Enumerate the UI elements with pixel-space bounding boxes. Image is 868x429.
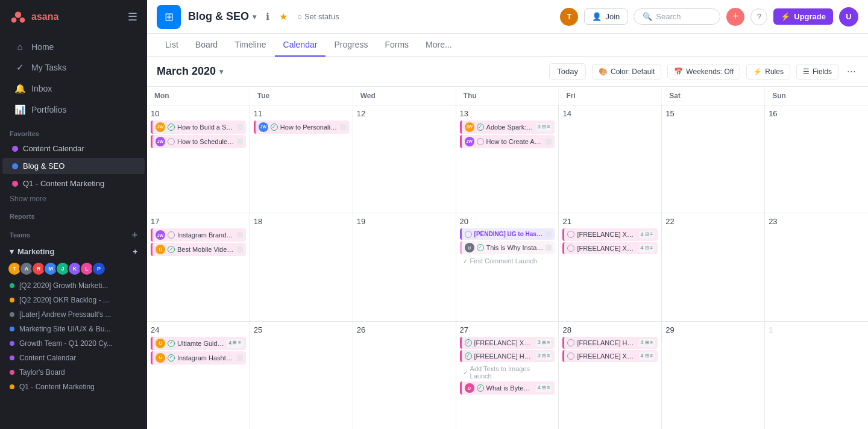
task-avatar: U [156, 245, 165, 254]
upgrade-button[interactable]: ⚡ Upgrade [773, 8, 833, 25]
task-checkbox[interactable]: ✓ [168, 340, 175, 347]
team-project-4[interactable]: Growth Team - Q1 2020 Cy... [0, 336, 147, 351]
task-card[interactable]: JW ✓ Adobe Spark: How to Repost on Insta… [460, 121, 555, 134]
task-checkbox[interactable]: ✓ [477, 244, 484, 251]
team-project-3[interactable]: Marketing Site UI/UX & Bu... [0, 322, 147, 336]
first-comment-task[interactable]: ✓ First Comment Launch [460, 255, 555, 266]
task-text: How to Schedule 1 Week of IG Posts in X … [177, 137, 234, 146]
team-project-1[interactable]: [Q2 2020] OKR Backlog - ... [0, 293, 147, 307]
calendar-week-1: 10 JW ✓ How to Build a Social Media Repo… [147, 105, 868, 213]
team-project-7[interactable]: Q1 - Content Marketing [0, 380, 147, 394]
task-checkbox[interactable] [567, 352, 574, 360]
tab-list[interactable]: List [157, 34, 187, 57]
task-checkbox[interactable] [567, 245, 574, 252]
task-checkbox[interactable] [567, 339, 574, 346]
info-icon[interactable]: ℹ [263, 8, 272, 25]
project-dot [10, 298, 14, 302]
tab-timeline[interactable]: Timeline [226, 34, 274, 57]
task-checkbox[interactable]: ✓ [477, 384, 484, 392]
search-icon: 🔍 [643, 12, 652, 21]
reports-header: Reports [0, 205, 147, 222]
user-avatar[interactable]: U [839, 7, 858, 27]
asana-logo[interactable]: asana [10, 8, 58, 25]
task-checkbox[interactable] [477, 138, 484, 145]
team-project-0[interactable]: [Q2 2020] Growth Marketi... [0, 278, 147, 293]
sidebar-item-content-calendar[interactable]: Content Calendar [2, 140, 145, 157]
star-icon[interactable]: ★ [277, 8, 290, 25]
team-project-2[interactable]: [Later] Andrew Pressault's ... [0, 307, 147, 322]
task-card[interactable]: JW Instagram Branded Content [151, 228, 246, 242]
task-checkbox[interactable] [567, 231, 574, 238]
show-more-button[interactable]: Show more [0, 192, 147, 205]
task-checkbox[interactable]: ✓ [271, 124, 278, 131]
task-checkbox[interactable]: ✓ [168, 124, 175, 131]
tab-more[interactable]: More... [417, 34, 461, 57]
tab-forms[interactable]: Forms [376, 34, 417, 57]
task-checkbox[interactable]: ✓ [168, 354, 175, 362]
sidebar-item-portfolios[interactable]: 📊 Portfolios [5, 99, 142, 120]
more-options-icon[interactable]: ··· [844, 63, 858, 80]
task-checkbox[interactable]: ✓ [465, 352, 472, 360]
task-card[interactable]: U ✓ This is Why Instagram Hashtags Aren'… [460, 241, 555, 254]
day-number: 17 [151, 217, 246, 226]
task-action-icon [237, 139, 243, 145]
favorites-header: Favorites [0, 123, 147, 140]
task-checkbox[interactable]: ✓ [477, 124, 484, 131]
fields-button[interactable]: ☰ Fields [796, 64, 838, 80]
task-card[interactable]: JW ✓ How to Personalize Your Instagram A… [254, 121, 349, 134]
sidebar-menu-icon[interactable]: ☰ [128, 10, 137, 23]
tab-board[interactable]: Board [187, 34, 226, 57]
task-card[interactable]: ✓ [FREELANCE] XX of the Best Instagram C… [460, 337, 555, 349]
task-card[interactable]: JW ✓ How to Build a Social Media Report [151, 121, 246, 134]
task-card[interactable]: [FREELANCE] XX Creative Examples to Opti… [562, 242, 658, 254]
task-action-icon [546, 139, 552, 145]
join-button[interactable]: 👤 Join [584, 8, 627, 25]
task-card[interactable]: JW How to Create Animated Instagram Stor… [460, 135, 555, 148]
task-card[interactable]: ✓ [FREELANCE] How to Take Gorgeous Ins-.… [460, 350, 555, 362]
add-task-button[interactable]: + [726, 8, 744, 26]
task-card[interactable]: U ✓ Ultiamte Guide to Instagram Hashtags… [151, 337, 246, 350]
calendar-toolbar: March 2020 ▾ Today 🎨 Color: Default 📅 We… [147, 57, 868, 87]
team-project-6[interactable]: Taylor's Board [0, 365, 147, 380]
task-badge: 4 ⊞ ≡ [536, 384, 552, 392]
project-dot [12, 146, 18, 152]
tab-calendar[interactable]: Calendar [275, 34, 326, 57]
sidebar-item-home[interactable]: ⌂ Home [5, 37, 142, 57]
add-text-task[interactable]: ✓ Add Texts to Images Launch [460, 363, 555, 381]
sidebar-item-inbox[interactable]: 🔔 Inbox [5, 78, 142, 99]
task-checkbox[interactable] [168, 231, 175, 239]
weekends-button[interactable]: 📅 Weekends: Off [667, 64, 740, 80]
task-checkbox[interactable]: ✓ [168, 246, 175, 253]
task-checkbox[interactable]: ✓ [465, 339, 472, 346]
cell-mar-13: 13 JW ✓ Adobe Spark: How to Repost on In… [456, 105, 559, 213]
search-box[interactable]: 🔍 Search [634, 8, 720, 25]
rules-button[interactable]: ⚡ Rules [746, 64, 790, 80]
cell-mar-17: 17 JW Instagram Branded Content U ✓ Best… [147, 213, 250, 321]
task-card[interactable]: [FREELANCE] XX of the Best Free Social M… [562, 228, 658, 240]
sidebar-item-label: My Tasks [31, 63, 66, 72]
tab-progress[interactable]: Progress [326, 34, 376, 57]
set-status-button[interactable]: ○ Set status [297, 12, 339, 21]
task-checkbox[interactable] [168, 138, 175, 145]
task-card[interactable]: [PENDING] UG to Hashtags Ebook Update [460, 228, 555, 240]
color-button[interactable]: 🎨 Color: Default [592, 64, 661, 80]
sidebar-item-q1-content[interactable]: Q1 - Content Marketing [2, 175, 145, 192]
task-card[interactable]: [FREELANCE] XX Ways to Use Pinterest Quo… [562, 350, 658, 362]
calendar-month[interactable]: March 2020 ▾ [157, 65, 223, 78]
today-button[interactable]: Today [549, 63, 586, 80]
help-button[interactable]: ? [750, 8, 767, 25]
project-label: [Q2 2020] Growth Marketi... [19, 281, 108, 290]
task-checkbox[interactable] [465, 231, 472, 238]
task-card[interactable]: U ✓ What is Byte? The New Looping Video.… [460, 381, 555, 395]
task-card[interactable]: JW How to Schedule 1 Week of IG Posts in… [151, 135, 246, 148]
project-label: Blog & SEO [23, 161, 64, 171]
team-project-5[interactable]: Content Calendar [0, 351, 147, 365]
task-card[interactable]: U ✓ Instagram Hashtag Hacks [151, 351, 246, 365]
task-card[interactable]: U ✓ Best Mobile Video Apps [151, 243, 246, 256]
add-team-icon[interactable]: + [132, 230, 137, 240]
task-card[interactable]: [FREELANCE] How to Create a Winning Pin-… [562, 337, 658, 349]
marketing-team[interactable]: ▾ Marketing + [0, 244, 147, 259]
sidebar-item-blog-seo[interactable]: Blog & SEO ··· [2, 158, 145, 174]
sidebar-item-my-tasks[interactable]: ✓ My Tasks [5, 57, 142, 78]
add-project-icon[interactable]: + [133, 247, 137, 256]
